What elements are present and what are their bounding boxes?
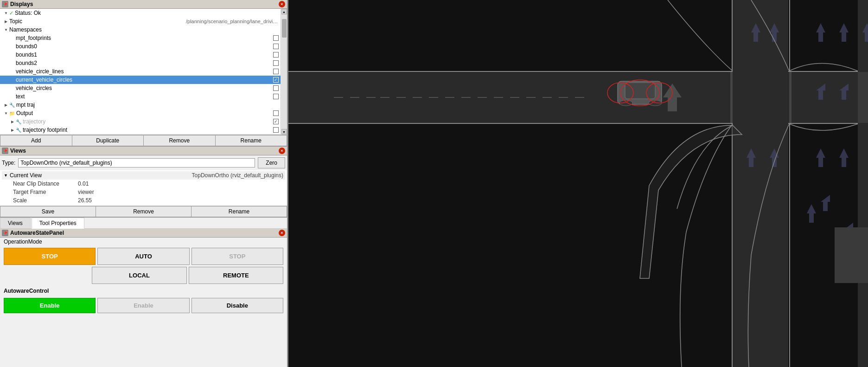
checkbox-bounds1[interactable] <box>273 52 279 58</box>
scroll-thumb[interactable] <box>282 19 287 38</box>
prop-target-frame: Target Frame viewer <box>2 188 285 196</box>
svg-rect-6 <box>789 0 790 367</box>
tree-label-status: Status: Ok <box>15 10 279 16</box>
current-view-title: Current View <box>10 172 192 179</box>
autoware-close-button[interactable]: × <box>279 230 285 236</box>
tree-label-bounds0: bounds0 <box>16 43 273 50</box>
tree-arrow-namespaces <box>4 27 8 32</box>
operation-mode-buttons-row2: LOCAL REMOTE <box>0 267 287 286</box>
checkbox-bounds0[interactable] <box>273 44 279 49</box>
checkbox-traj-fp[interactable] <box>273 127 279 133</box>
displays-scrollbar[interactable]: ▲ ▼ <box>281 9 287 135</box>
displays-header: 📌 Displays × <box>0 0 287 9</box>
rename-button[interactable]: Rename <box>216 135 287 146</box>
tree-item-mpt-traj[interactable]: 🔧 mpt traj <box>0 101 281 109</box>
prop-name-near-clip: Near Clip Distance <box>13 180 78 187</box>
displays-btn-row: Add Duplicate Remove Rename <box>0 135 287 146</box>
autoware-control-label: AutowareControl <box>0 286 287 296</box>
current-view-arrow: ▼ <box>4 173 8 178</box>
auto-button[interactable]: AUTO <box>97 248 189 265</box>
tree-item-trajectory-footprint[interactable]: 🔧 trajectory footprint <box>0 126 281 134</box>
check-icon: ✓ <box>9 10 13 16</box>
tree-arrow-output <box>4 111 8 116</box>
enable-button[interactable]: Enable <box>4 298 96 313</box>
views-btns: Save Remove Rename <box>0 206 287 217</box>
wrench-icon-mpt-traj: 🔧 <box>9 103 15 108</box>
type-label: Type: <box>2 160 15 166</box>
tree-item-bounds2[interactable]: bounds2 <box>0 59 281 67</box>
prop-value-target-frame: viewer <box>78 189 94 195</box>
checkbox-bounds2[interactable] <box>273 60 279 66</box>
displays-tree-wrapper: ✓ Status: Ok Topic /planning/scenario_pl… <box>0 9 287 135</box>
svg-rect-4 <box>733 0 788 367</box>
checkbox-current-vehicle-circles[interactable] <box>273 77 279 83</box>
tree-label-bounds1: bounds1 <box>16 52 273 58</box>
local-button[interactable]: LOCAL <box>92 267 186 284</box>
svg-rect-28 <box>789 72 791 123</box>
scroll-down-arrow[interactable]: ▼ <box>281 129 287 135</box>
wrench-icon-trajectory: 🔧 <box>16 119 21 124</box>
save-button[interactable]: Save <box>0 206 96 217</box>
tree-item-status[interactable]: ✓ Status: Ok <box>0 9 281 17</box>
tree-arrow-traj-fp <box>10 128 15 132</box>
tree-item-bounds0[interactable]: bounds0 <box>0 42 281 51</box>
operation-mode-buttons: STOP AUTO STOP <box>0 246 287 267</box>
checkbox-vehicle-circle-lines[interactable] <box>273 69 279 74</box>
checkbox-vehicle-circles[interactable] <box>273 85 279 91</box>
prop-near-clip: Near Clip Distance 0.01 <box>2 180 285 188</box>
zero-button[interactable]: Zero <box>258 157 285 168</box>
scroll-up-arrow[interactable]: ▲ <box>281 9 287 14</box>
prop-value-scale: 26.55 <box>78 197 92 204</box>
displays-tree-list[interactable]: ✓ Status: Ok Topic /planning/scenario_pl… <box>0 9 281 135</box>
tree-arrow-topic <box>4 19 8 24</box>
views-props: ▼ Current View TopDownOrtho (rviz_defaul… <box>0 170 287 206</box>
tree-item-topic[interactable]: Topic /planning/scenario_planning/lane_d… <box>0 17 281 26</box>
displays-close-button[interactable]: × <box>279 1 285 7</box>
tree-item-trajectory[interactable]: 🔧 trajectory <box>0 117 281 126</box>
road-visualization <box>287 0 868 367</box>
checkbox-trajectory[interactable] <box>273 119 279 124</box>
svg-rect-7 <box>858 0 868 367</box>
tree-item-current-vehicle-circles[interactable]: current_vehicle_circles <box>0 76 281 84</box>
prop-value-near-clip: 0.01 <box>78 180 89 187</box>
tree-label-vehicle-circle-lines: vehicle_circle_lines <box>16 68 273 75</box>
tab-views[interactable]: Views <box>0 218 31 228</box>
tree-item-text[interactable]: text <box>0 92 281 101</box>
views-pin-icon: 📌 <box>2 148 8 154</box>
tree-item-mpt-footprints[interactable]: mpt_footprints <box>0 34 281 42</box>
remove-view-button[interactable]: Remove <box>96 206 191 217</box>
remote-button[interactable]: REMOTE <box>189 267 283 284</box>
tree-item-output[interactable]: 📁 Output <box>0 109 281 117</box>
displays-pin-icon: 📌 <box>2 1 8 7</box>
tree-label-trajectory: trajectory <box>23 118 273 125</box>
tree-item-vehicle-circle-lines[interactable]: vehicle_circle_lines <box>0 67 281 76</box>
prop-scale: Scale 26.55 <box>2 196 285 205</box>
folder-icon-output: 📁 <box>9 111 15 116</box>
tree-item-vehicle-circles[interactable]: vehicle_circles <box>0 84 281 92</box>
add-button[interactable]: Add <box>0 135 72 146</box>
autoware-panel-header: 📌 AutowareStatePanel × <box>0 229 287 238</box>
displays-section: 📌 Displays × ✓ Status: Ok Topic /pla <box>0 0 287 147</box>
svg-rect-26 <box>835 227 868 283</box>
tab-tool-properties[interactable]: Tool Properties <box>32 218 84 229</box>
operation-mode-label: OperationMode <box>0 238 287 246</box>
views-type-row: Type: TopDownOrtho (rviz_default_plugins… <box>0 155 287 170</box>
tree-item-bounds1[interactable]: bounds1 <box>0 51 281 59</box>
rename-view-button[interactable]: Rename <box>191 206 287 217</box>
duplicate-button[interactable]: Duplicate <box>72 135 144 146</box>
tree-item-namespaces[interactable]: Namespaces <box>0 26 281 34</box>
current-view-type: TopDownOrtho (rviz_default_plugins) <box>192 172 283 179</box>
views-close-button[interactable]: × <box>279 148 285 154</box>
main-viewport <box>287 0 868 367</box>
stop-disabled-button: STOP <box>191 248 283 265</box>
views-section: 📌 Views × Type: TopDownOrtho (rviz_defau… <box>0 147 287 218</box>
stop-button[interactable]: STOP <box>4 248 96 265</box>
disable-button[interactable]: Disable <box>191 298 283 313</box>
checkbox-text[interactable] <box>273 94 279 99</box>
checkbox-mpt-footprints[interactable] <box>273 35 279 41</box>
checkbox-output[interactable] <box>273 110 279 116</box>
type-select[interactable]: TopDownOrtho (rviz_default_plugins) <box>18 158 255 167</box>
tree-label-text: text <box>16 93 273 100</box>
remove-button[interactable]: Remove <box>144 135 216 146</box>
scroll-track[interactable] <box>281 14 287 129</box>
